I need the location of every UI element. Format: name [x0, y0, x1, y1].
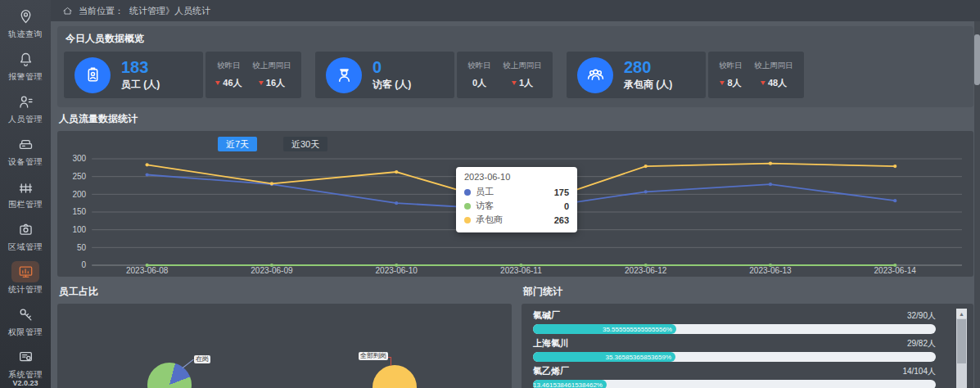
arrow-down-icon [259, 81, 264, 85]
arrow-down-icon [720, 81, 725, 85]
alarm-icon [17, 51, 34, 68]
svg-text:2023-06-11: 2023-06-11 [500, 266, 542, 275]
compare-label: 较上周同日 [503, 61, 542, 71]
pie-label-left: 在岗 [194, 355, 210, 363]
stat-card: 0访客 (人) [315, 52, 454, 98]
system-icon [17, 349, 34, 366]
svg-text:200: 200 [72, 190, 86, 199]
sidebar-item-label: 人员管理 [8, 114, 43, 125]
flow-chart-panel: 近7天 近30天 0501001502002503002023-06-08202… [57, 131, 973, 277]
page-scrollbar[interactable] [974, 21, 980, 388]
department-count: 14/104人 [902, 366, 936, 377]
breadcrumb: 当前位置： 统计管理》人员统计 [51, 0, 980, 21]
chart-tooltip: 2023-06-10 员工175访客0承包商263 [456, 167, 577, 232]
tooltip-row: 员工175 [464, 185, 569, 199]
flow-title: 人员流量数据统计 [59, 112, 972, 126]
compare-col: 较上周同日16人 [252, 61, 291, 89]
tooltip-row: 承包商263 [464, 213, 569, 227]
employee-ratio-chart[interactable]: 在岗 全部到岗 [57, 304, 512, 388]
compare-card: 较昨日0人较上周同日1人 [457, 52, 553, 98]
department-count: 32/90人 [907, 310, 936, 322]
department-row: 氯碱厂32/90人35.555555555555556% [533, 309, 936, 334]
stat-card-group: 280承包商 (人)较昨日8人较上周同日48人 [567, 52, 804, 98]
department-count: 29/82人 [907, 338, 936, 350]
stat-label: 员工 (人) [121, 78, 160, 92]
svg-text:250: 250 [72, 172, 86, 181]
department-scrollbar-thumb[interactable] [957, 319, 966, 363]
compare-label: 较上周同日 [754, 61, 793, 71]
compare-value: 8人 [719, 77, 743, 89]
compare-col: 较昨日46人 [215, 61, 242, 89]
content: 今日人员数据概览 183员工 (人)较昨日46人较上周同日16人0访客 (人)较… [51, 21, 980, 388]
department-stats-list: 氯碱厂32/90人35.555555555555556%上海氯川29/82人35… [522, 304, 973, 388]
department-name: 氯乙烯厂 [533, 365, 569, 377]
sidebar-item-route[interactable]: 轨迹查询 [0, 2, 51, 44]
employee-ratio-title: 员工占比 [59, 285, 510, 299]
stat-value: 183 [121, 58, 160, 76]
department-name: 上海氯川 [533, 337, 569, 350]
sidebar-item-label: 设备管理 [8, 156, 43, 168]
stat-label: 承包商 (人) [624, 78, 672, 92]
stat-icon-circle [75, 57, 111, 93]
bottom-row: 员工占比 在岗 全部到岗 部门统计 氯碱厂32/90人35.5555555 [57, 282, 973, 388]
arrow-down-icon [761, 81, 765, 85]
tooltip-rows: 员工175访客0承包商263 [464, 185, 569, 227]
stat-value: 280 [624, 58, 672, 76]
department-bar-fill: 35.555555555555556% [533, 324, 676, 334]
compare-label: 较上周同日 [252, 61, 291, 71]
department-row: 氯乙烯厂14/104人13.461538461538462% [533, 365, 936, 388]
sidebar-item-personnel[interactable]: 人员管理 [0, 87, 51, 129]
department-stats-panel: 部门统计 氯碱厂32/90人35.555555555555556%上海氯川29/… [522, 282, 973, 388]
fence-icon [17, 178, 34, 196]
department-bar-fill: 13.461538461538462% [533, 380, 607, 388]
svg-text:2023-06-08: 2023-06-08 [126, 266, 169, 275]
tooltip-series-value: 0 [564, 201, 569, 211]
stat-card: 183员工 (人) [64, 52, 203, 98]
tooltip-row: 访客0 [464, 199, 569, 213]
breadcrumb-prefix: 当前位置： [79, 5, 124, 17]
overview-title: 今日人员数据概览 [57, 26, 973, 52]
tab-last-30-days[interactable]: 近30天 [283, 137, 327, 151]
sidebar-item-device[interactable]: 设备管理 [0, 129, 51, 172]
svg-text:100: 100 [72, 225, 86, 234]
sidebar-items: 轨迹查询报警管理人员管理设备管理围栏管理区域管理统计管理权限管理系统管理 [0, 2, 51, 385]
sidebar-item-label: 权限管理 [8, 327, 43, 338]
stat-icon-circle [577, 57, 613, 93]
department-scrollbar[interactable]: ▲ [956, 309, 967, 388]
compare-col: 较昨日0人 [467, 61, 491, 89]
series-dot-icon [464, 217, 471, 223]
compare-value: 46人 [215, 77, 242, 89]
sidebar-item-label: 区域管理 [8, 241, 43, 253]
department-rows: 氯碱厂32/90人35.555555555555556%上海氯川29/82人35… [533, 309, 936, 388]
compare-label: 较昨日 [467, 61, 491, 71]
svg-text:2023-06-12: 2023-06-12 [625, 266, 667, 275]
main-area: 当前位置： 统计管理》人员统计 今日人员数据概览 183员工 (人)较昨日46人… [51, 0, 980, 388]
stat-label: 访客 (人) [373, 78, 411, 92]
overview-cards: 183员工 (人)较昨日46人较上周同日16人0访客 (人)较昨日0人较上周同日… [57, 52, 973, 107]
pie-label-line-right-v [391, 357, 391, 366]
department-name: 氯碱厂 [533, 309, 560, 322]
compare-label: 较昨日 [215, 61, 242, 71]
svg-text:2023-06-09: 2023-06-09 [251, 266, 293, 275]
sidebar-item-permission[interactable]: 权限管理 [0, 300, 51, 342]
sidebar-item-area[interactable]: 区域管理 [0, 214, 51, 257]
stat-card: 280承包商 (人) [567, 52, 706, 98]
page-scrollbar-thumb[interactable] [974, 34, 980, 85]
tooltip-series-name: 员工 [476, 186, 494, 198]
department-bar-track: 35.36585365853659% [533, 352, 936, 362]
statistics-icon [17, 264, 34, 281]
sidebar-item-label: 报警管理 [8, 71, 43, 83]
sidebar-item-statistics[interactable]: 统计管理 [0, 257, 51, 300]
arrow-down-icon [215, 81, 220, 85]
scroll-up-arrow-icon[interactable]: ▲ [956, 309, 967, 318]
department-bar-track: 13.461538461538462% [533, 380, 936, 388]
svg-text:2023-06-10: 2023-06-10 [375, 266, 418, 275]
sidebar-item-label: 统计管理 [8, 284, 43, 296]
svg-text:300: 300 [72, 155, 86, 164]
sidebar-item-fence[interactable]: 围栏管理 [0, 172, 51, 214]
department-bar-track: 35.555555555555556% [533, 324, 936, 334]
tab-last-7-days[interactable]: 近7天 [218, 137, 257, 151]
home-icon[interactable] [62, 6, 73, 16]
series-dot-icon [464, 189, 471, 196]
sidebar-item-alarm[interactable]: 报警管理 [0, 44, 51, 87]
